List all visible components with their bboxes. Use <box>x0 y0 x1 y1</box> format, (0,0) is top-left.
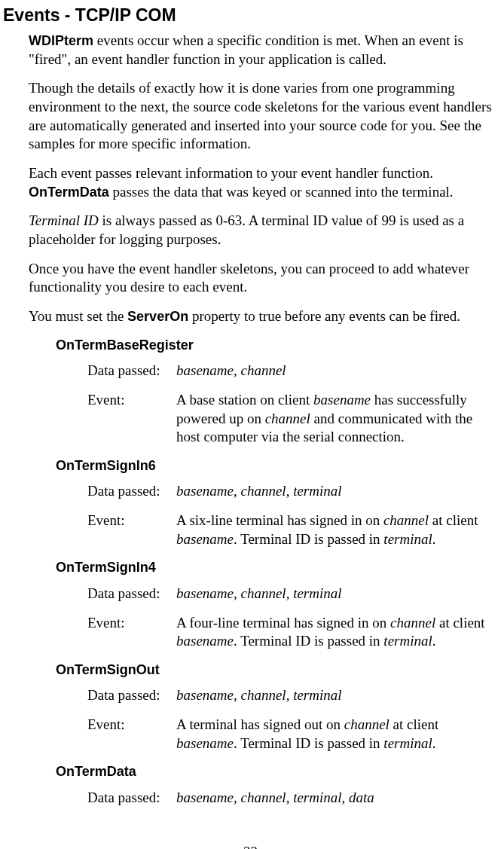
desc-text: . Terminal ID is passed in <box>234 735 383 751</box>
data-passed-row: Data passed: basename, channel, terminal <box>87 686 498 705</box>
desc-italic: basename <box>176 531 234 547</box>
desc-italic: terminal <box>383 531 432 547</box>
intro-paragraph-6: You must set the ServerOn property to tr… <box>29 307 498 326</box>
desc-text: A terminal has signed out on <box>176 716 344 732</box>
event-label: Event: <box>87 716 176 753</box>
event-ontermdata: OnTermData Data passed: basename, channe… <box>56 763 498 807</box>
intro-p1-text: events occur when a specific condition i… <box>29 32 463 67</box>
event-desc: A six-line terminal has signed in on cha… <box>176 512 498 548</box>
intro-paragraph-4: Terminal ID is always passed as 0-63. A … <box>29 212 498 249</box>
desc-text: . Terminal ID is passed in <box>234 633 383 649</box>
event-name: OnTermBaseRegister <box>56 337 498 354</box>
event-desc: A four-line terminal has signed in on ch… <box>176 614 498 651</box>
intro-paragraph-3: Each event passes relevant information t… <box>29 164 498 201</box>
intro-paragraph-5: Once you have the event handler skeleton… <box>29 260 498 297</box>
terminal-id-term: Terminal ID <box>29 212 99 228</box>
data-passed-row: Data passed: basename, channel <box>87 362 498 380</box>
intro-paragraph-2: Though the details of exactly how it is … <box>29 79 498 154</box>
page-number: 33 <box>3 843 498 849</box>
event-desc: A terminal has signed out on channel at … <box>176 716 498 753</box>
event-desc: A base station on client basename has su… <box>176 391 498 447</box>
event-name: OnTermSignOut <box>56 661 498 679</box>
wdiptterm-term: WDIPterm <box>29 33 93 48</box>
data-passed-value: basename, channel, terminal <box>176 482 498 501</box>
desc-text: at client <box>429 512 478 528</box>
event-label: Event: <box>87 614 176 651</box>
event-ontermsignout: OnTermSignOut Data passed: basename, cha… <box>56 661 498 753</box>
desc-italic: channel <box>265 411 310 426</box>
event-desc-row: Event: A six-line terminal has signed in… <box>87 512 498 548</box>
desc-italic: channel <box>344 716 389 732</box>
event-label: Event: <box>87 391 176 447</box>
desc-text: . Terminal ID is passed in <box>234 531 383 547</box>
event-name: OnTermData <box>56 763 498 780</box>
desc-italic: terminal <box>383 633 432 649</box>
event-ontermbaseregister: OnTermBaseRegister Data passed: basename… <box>56 337 498 447</box>
event-ontermsignin4: OnTermSignIn4 Data passed: basename, cha… <box>56 559 498 650</box>
desc-text: A base station on client <box>176 392 313 408</box>
data-passed-value: basename, channel, terminal <box>176 686 498 705</box>
intro-p3a: Each event passes relevant information t… <box>29 165 433 181</box>
event-desc-row: Event: A terminal has signed out on chan… <box>87 716 498 753</box>
desc-text: A four-line terminal has signed in on <box>176 615 390 631</box>
event-label: Event: <box>87 512 176 548</box>
data-passed-row: Data passed: basename, channel, terminal <box>87 585 498 603</box>
desc-text: . <box>432 633 436 649</box>
page-title: Events - TCP/IP COM <box>3 5 498 27</box>
data-passed-label: Data passed: <box>87 362 176 380</box>
event-ontermsignin6: OnTermSignIn6 Data passed: basename, cha… <box>56 457 498 548</box>
desc-italic: channel <box>383 512 429 528</box>
desc-text: A six-line terminal has signed in on <box>176 512 383 528</box>
data-passed-row: Data passed: basename, channel, terminal… <box>87 789 498 808</box>
serveron-term: ServerOn <box>127 309 188 324</box>
desc-italic: basename <box>176 633 234 649</box>
desc-text: at client <box>389 716 438 732</box>
data-passed-value: basename, channel, terminal <box>176 585 498 603</box>
desc-italic: basename <box>176 735 234 751</box>
event-name: OnTermSignIn6 <box>56 457 498 475</box>
data-passed-label: Data passed: <box>87 585 176 603</box>
data-passed-value: basename, channel, terminal, data <box>176 789 498 808</box>
desc-text: . <box>432 531 436 547</box>
data-passed-row: Data passed: basename, channel, terminal <box>87 482 498 501</box>
data-passed-value: basename, channel <box>176 362 498 380</box>
data-passed-label: Data passed: <box>87 686 176 705</box>
event-desc-row: Event: A four-line terminal has signed i… <box>87 614 498 651</box>
data-passed-label: Data passed: <box>87 789 176 808</box>
event-name: OnTermSignIn4 <box>56 559 498 576</box>
intro-p6b: property to true before any events can b… <box>188 308 460 324</box>
ontermdata-term: OnTermData <box>29 185 109 200</box>
desc-italic: basename <box>313 392 371 408</box>
event-desc-row: Event: A base station on client basename… <box>87 391 498 447</box>
desc-text: at client <box>435 615 484 631</box>
desc-italic: channel <box>390 615 435 631</box>
intro-paragraph-1: WDIPterm events occur when a specific co… <box>29 32 498 69</box>
intro-p3b: passes the data that was keyed or scanne… <box>109 184 454 200</box>
data-passed-label: Data passed: <box>87 482 176 501</box>
desc-text: . <box>432 735 436 751</box>
desc-italic: terminal <box>383 735 432 751</box>
intro-p6a: You must set the <box>29 308 127 324</box>
